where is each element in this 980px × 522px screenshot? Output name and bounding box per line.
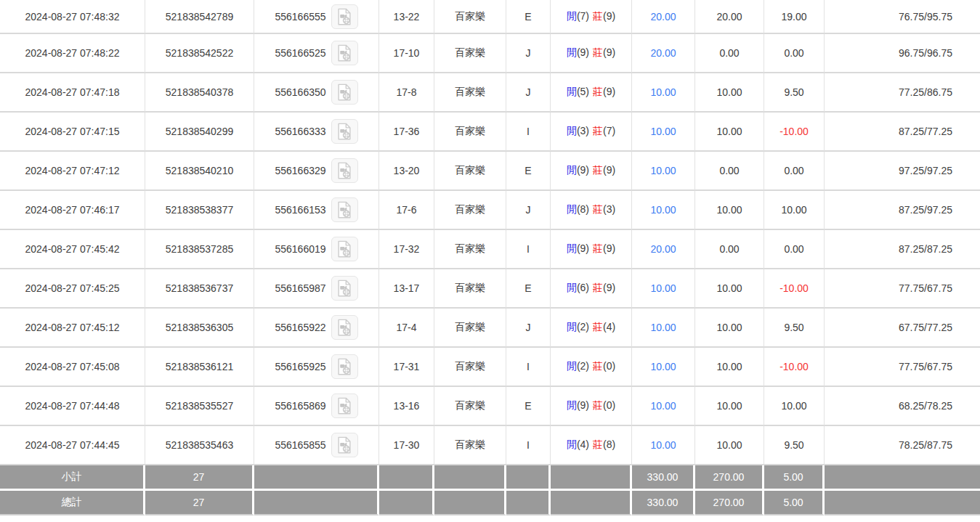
video-file-icon [335,318,354,337]
bet-amount-cell: 10.00 [632,348,695,387]
subtotal-empty-cell [825,465,980,491]
bet-time: 2024-08-27 07:44:48 [0,387,145,426]
bet-amount-cell: 10.00 [632,426,695,465]
table-row: 2024-08-27 07:48:32521838542789556166555… [0,0,980,34]
banker-label: 莊 [593,86,603,97]
bet-amount-link[interactable]: 10.00 [650,400,676,412]
game-type: 百家樂 [434,0,506,34]
game-result: 閒(3)莊(7) [551,113,632,152]
game-result: 閒(2)莊(0) [551,348,632,387]
video-replay-button[interactable] [331,433,358,457]
video-replay-button[interactable] [331,119,358,144]
subtotal-empty-cell [551,465,632,491]
table-code: I [506,348,551,387]
video-replay-button[interactable] [331,80,358,105]
win-loss-amount: 0.00 [764,152,825,191]
game-type: 百家樂 [434,387,506,426]
game-round-id: 556166525 [275,47,325,59]
video-replay-button[interactable] [331,4,358,29]
subtotal-valid-amount: 270.00 [695,465,764,491]
table-shoe-round: 13-17 [379,269,434,309]
bet-order-id: 521838540378 [145,73,254,113]
balance-before-after: 68.25/78.25 [825,387,980,426]
bet-amount-link[interactable]: 10.00 [650,126,676,137]
game-result: 閒(6)莊(9) [551,269,632,309]
player-score: (9) [577,164,589,176]
bet-amount-link[interactable]: 20.00 [650,47,676,59]
bet-amount-link[interactable]: 10.00 [650,439,676,451]
banker-score: (9) [603,46,615,58]
player-label: 閒 [567,242,577,254]
player-label: 閒 [567,360,577,372]
subtotal-count: 27 [145,465,254,491]
banker-label: 莊 [593,321,603,333]
bet-amount-link[interactable]: 20.00 [650,11,676,23]
bet-amount-cell: 20.00 [632,34,695,73]
game-id-group: 556165869 [275,393,357,418]
game-id-group: 556166555 [275,4,357,29]
valid-bet-amount: 10.00 [695,113,764,152]
video-replay-button[interactable] [331,41,358,65]
bet-amount-link[interactable]: 10.00 [650,282,676,294]
valid-bet-amount: 10.00 [695,426,764,465]
win-loss-amount: -10.00 [764,113,825,152]
bet-order-id: 521838536121 [145,348,254,387]
banker-score: (7) [603,125,615,136]
video-replay-button[interactable] [331,237,358,261]
video-replay-button[interactable] [331,354,358,379]
video-file-icon [335,279,354,298]
table-shoe-round: 17-36 [379,113,434,152]
balance-before-after: 78.25/87.75 [825,426,980,465]
bet-amount-link[interactable]: 20.00 [650,243,676,255]
bet-amount-cell: 10.00 [632,191,695,230]
table-shoe-round: 17-4 [379,309,434,348]
video-replay-button[interactable] [331,393,358,418]
video-file-icon [335,44,354,62]
game-id-cell: 556166525 [254,34,379,73]
video-file-icon [335,200,354,219]
win-loss-amount: 0.00 [764,230,825,269]
video-replay-button[interactable] [331,158,358,183]
table-code: J [506,309,551,348]
table-row: 2024-08-27 07:47:12521838540210556166329… [0,152,980,191]
player-score: (9) [577,399,589,411]
bet-time: 2024-08-27 07:45:08 [0,348,145,387]
game-type: 百家樂 [434,113,506,152]
game-result: 閒(8)莊(3) [551,191,632,230]
video-replay-button[interactable] [331,315,358,340]
table-row: 2024-08-27 07:45:42521838537285556166019… [0,230,980,269]
player-score: (4) [577,439,589,450]
total-count: 27 [145,491,254,515]
banker-score: (9) [603,10,615,22]
subtotal-label: 小計 [0,465,145,491]
bet-amount-link[interactable]: 10.00 [650,165,676,176]
balance-before-after: 96.75/96.75 [825,34,980,73]
balance-before-after: 77.75/67.75 [825,269,980,309]
bet-amount-link[interactable]: 10.00 [650,361,676,372]
game-round-id: 556165869 [275,400,325,412]
bet-amount-link[interactable]: 10.00 [650,204,676,216]
player-label: 閒 [567,125,577,136]
bet-time: 2024-08-27 07:46:17 [0,191,145,230]
player-label: 閒 [567,46,577,58]
video-replay-button[interactable] [331,197,358,222]
bet-amount-link[interactable]: 10.00 [650,322,676,333]
bet-amount-link[interactable]: 10.00 [650,86,676,98]
game-result: 閒(9)莊(0) [551,387,632,426]
game-round-id: 556166329 [275,165,325,176]
game-type: 百家樂 [434,73,506,113]
valid-bet-amount: 10.00 [695,348,764,387]
video-replay-button[interactable] [331,276,358,301]
game-result: 閒(2)莊(4) [551,309,632,348]
bet-time: 2024-08-27 07:48:32 [0,0,145,34]
table-code: E [506,387,551,426]
banker-label: 莊 [593,242,603,254]
balance-before-after: 97.25/97.25 [825,152,980,191]
player-score: (8) [577,203,589,215]
game-id-cell: 556166350 [254,73,379,113]
banker-label: 莊 [593,439,603,450]
player-score: (5) [577,86,589,97]
banker-score: (8) [603,439,615,450]
game-id-cell: 556166329 [254,152,379,191]
game-round-id: 556166019 [275,243,325,255]
